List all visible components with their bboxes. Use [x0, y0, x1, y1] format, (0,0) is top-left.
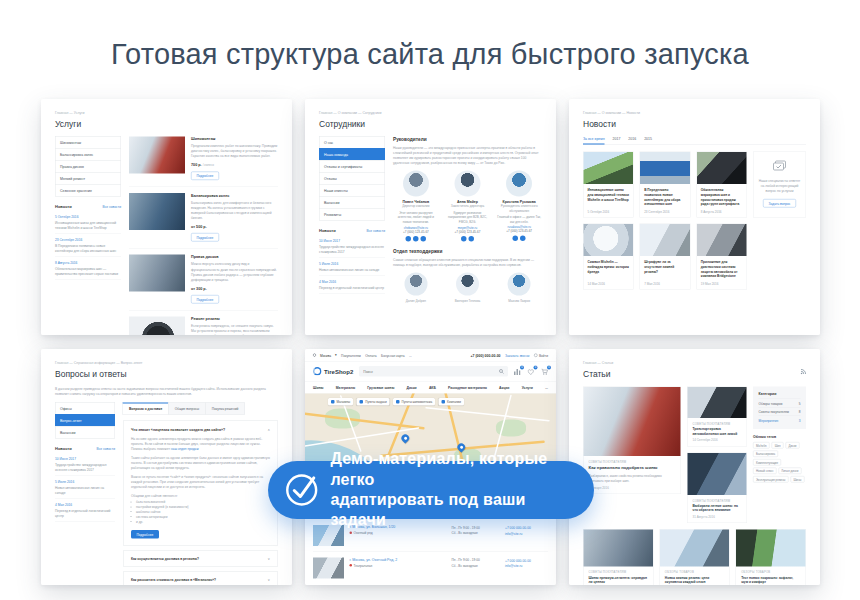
service-title[interactable]: Ремонт резины	[191, 316, 278, 321]
favorites-icon[interactable]: 0	[528, 368, 535, 375]
tag[interactable]: Новый сезон	[753, 468, 776, 475]
email-link[interactable]: rusakova@site.ru	[496, 226, 542, 229]
sidebar-item[interactable]: Мелкий ремонт	[55, 172, 121, 185]
news-card[interactable]: Штрафуют ли за отсутствие зимней резины?…	[640, 224, 691, 290]
category-link-active[interactable]: Мероприятия3	[759, 416, 801, 425]
store-email-link[interactable]: info@site.ru	[505, 563, 548, 569]
news-card[interactable]: Приложение для диагностики системы защит…	[696, 224, 747, 290]
tab-delivery[interactable]: Вопросы о доставке	[123, 403, 169, 415]
article-card[interactable]: Советы покупателям Выбираем летние шины:…	[687, 452, 747, 523]
cart-icon[interactable]: 0	[541, 368, 548, 375]
chevron-up-icon[interactable]: ∧	[267, 428, 270, 432]
compare-icon[interactable]: 0	[514, 368, 521, 375]
twitter-icon[interactable]	[520, 236, 526, 242]
tag[interactable]: Michelin	[753, 442, 770, 449]
tag[interactable]: Балансировка	[753, 451, 778, 458]
city-selector[interactable]: Москва ▾	[313, 353, 337, 357]
email-link[interactable]: meyer@site.ru	[445, 226, 491, 229]
login-link[interactable]: Войти	[534, 353, 548, 357]
article-card[interactable]: Советы покупателям Шины премиум-сегмента…	[583, 529, 653, 585]
chevron-down-icon[interactable]: ∨	[267, 577, 270, 581]
news-card[interactable]: Инновационные шины для авиационной техни…	[583, 152, 634, 218]
all-news-link[interactable]: Все новости	[102, 205, 121, 209]
service-title[interactable]: Шиномонтаж	[191, 137, 278, 142]
faq-question[interactable]: Что значит «лицензия позволяет создать д…	[131, 428, 270, 432]
logo[interactable]: TireShop2	[313, 367, 353, 376]
more-button[interactable]: Подробнее	[131, 530, 159, 539]
sidebar-item-active[interactable]: Наша команда	[319, 148, 385, 161]
more-button[interactable]: Подробнее	[191, 172, 219, 181]
topbar-link[interactable]: Оплата	[365, 353, 376, 357]
ask-question-button[interactable]: Задать вопрос	[763, 199, 796, 208]
faq-accordion-collapsed[interactable]: Как рассчитать стоимость доставки в «Мег…	[123, 571, 278, 585]
featured-article-card[interactable]: Советы покупателям Как правильно подобра…	[583, 387, 681, 495]
tab-general[interactable]: Общие вопросы	[168, 403, 205, 415]
nav-item-more[interactable]: ...	[545, 386, 548, 390]
tab-2017[interactable]: 2017	[613, 137, 621, 145]
sidebar-item[interactable]: Балансировка колес	[55, 148, 121, 161]
category-link[interactable]: Советы покупателям8	[759, 407, 801, 416]
service-title[interactable]: Балансировка колес	[191, 193, 278, 198]
tab-2016[interactable]: 2016	[628, 137, 636, 145]
store-email-link[interactable]: info@site.ru	[505, 531, 548, 537]
instagram-icon[interactable]	[468, 236, 474, 242]
all-news-link[interactable]: Все новости	[366, 229, 385, 233]
rss-icon[interactable]	[801, 369, 807, 375]
topbar-link-more[interactable]: ...	[409, 353, 412, 357]
map-filter-toggle[interactable]: Магазины	[328, 398, 353, 406]
chevron-down-icon[interactable]: ∨	[267, 556, 270, 560]
tag[interactable]: Литые диски	[778, 468, 801, 475]
sidebar-item-active[interactable]: Вопрос-ответ	[55, 414, 115, 427]
news-item[interactable]: 5 Июля 2016Новая автоматическая линия на…	[319, 258, 385, 276]
news-item[interactable]: 5 Октября 2016Инновационные шины для ави…	[55, 211, 121, 234]
news-item[interactable]: 10 Июня 2017Трудоустройство: международн…	[55, 453, 115, 476]
search-input[interactable]	[363, 370, 496, 374]
news-card[interactable]: Символ Michelin — побеждая время: истори…	[583, 224, 634, 290]
news-item[interactable]: 4 Мая 2016Переезд в отдельный логистичес…	[319, 276, 385, 294]
twitter-icon[interactable]	[413, 236, 419, 242]
sidebar-item[interactable]: Наши клиенты	[319, 184, 385, 197]
callback-link[interactable]: Заказать звонок	[505, 353, 529, 357]
facebook-icon[interactable]	[513, 236, 519, 242]
facebook-icon[interactable]	[406, 236, 412, 242]
article-card[interactable]: Обзоры товаров Тест новых покрышек: асфа…	[736, 529, 806, 585]
tab-2015[interactable]: 2015	[644, 137, 652, 145]
tag[interactable]: Комплектующие	[753, 459, 781, 466]
nav-item[interactable]: Шины	[313, 386, 323, 390]
news-item[interactable]: 5 Июля 2016Новая автоматическая линия на…	[55, 476, 115, 499]
news-card[interactable]: В Переделкино появились новые контейнеры…	[640, 152, 691, 218]
service-title[interactable]: Правка дисков	[191, 255, 278, 260]
sidebar-item[interactable]: Шиномонтаж	[55, 136, 121, 149]
map-filter-toggle[interactable]: Пункты шиномонтажа	[393, 398, 435, 406]
map-filter-toggle[interactable]: Компании	[439, 398, 464, 406]
more-button[interactable]: Подробнее	[191, 233, 219, 242]
faq-accordion-collapsed[interactable]: Как осуществляется доставка в регионы?∨	[123, 550, 278, 566]
tag[interactable]: Шины	[790, 476, 804, 483]
search-icon[interactable]	[499, 369, 504, 374]
tab-purchase[interactable]: Покупка решений	[205, 403, 245, 415]
inline-link[interactable]: наш отдел продаж	[171, 447, 199, 451]
tab-all-time[interactable]: За все время	[583, 137, 605, 145]
article-card[interactable]: Обзоры товаров Новая зимняя резина: цепи…	[659, 529, 729, 585]
store-address-link[interactable]: г. Москва, ул. Охотный Ряд, 2	[350, 558, 447, 562]
more-button[interactable]: Подробнее	[191, 295, 219, 304]
news-card[interactable]: Обязательная маркировка шин и приостанов…	[696, 152, 747, 218]
nav-item[interactable]: Акции	[499, 386, 509, 390]
nav-item[interactable]: Диски	[407, 386, 417, 390]
news-item[interactable]: 8 Августа 2016Обязательная маркировка ши…	[55, 257, 121, 280]
nav-item[interactable]: АКБ	[429, 386, 436, 390]
sidebar-item[interactable]: Правка дисков	[55, 160, 121, 173]
sidebar-item[interactable]: Отзывы и сертификаты	[319, 160, 385, 173]
sidebar-item[interactable]: О нас	[319, 136, 385, 149]
sidebar-item[interactable]: Офисы	[55, 402, 115, 415]
news-item[interactable]: 4 Мая 2016Переезд в отдельный логистичес…	[55, 499, 115, 522]
topbar-link[interactable]: Покупателям	[341, 353, 361, 357]
tag[interactable]: Эксплуатация резины	[753, 476, 788, 483]
nav-item[interactable]: Материалы	[336, 386, 355, 390]
sidebar-item[interactable]: Вакансии	[55, 426, 115, 439]
sidebar-item[interactable]: Вакансии	[319, 196, 385, 209]
topbar-link[interactable]: Бонусная карта	[381, 353, 405, 357]
all-news-link[interactable]: Все новости	[96, 447, 115, 451]
sidebar-item[interactable]: Сезонное хранение	[55, 184, 121, 197]
article-card[interactable]: Советы покупателям Транспортировка автом…	[687, 387, 747, 447]
